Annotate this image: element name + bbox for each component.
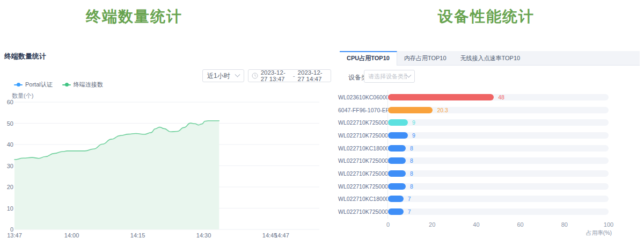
device-perf-title: 设备性能统计 — [339, 6, 633, 27]
x-tick-label: 14:47 — [274, 232, 289, 239]
bar-category-label: WL022710K725000307 — [338, 170, 385, 177]
bar-category-label: WL022710KC18000280 — [338, 145, 385, 152]
chart-legend: Portal认证终端连接数 — [14, 81, 103, 89]
bar-row: WL022710K7250003698 — [338, 180, 640, 193]
x-tick-label: 14:15 — [130, 232, 145, 239]
bar — [388, 208, 404, 215]
terminal-count-area-chart: 010203040506013:4714:0014:1514:3014:4514… — [0, 97, 322, 245]
bar-track: 48 — [388, 94, 609, 100]
bar-track: 9 — [388, 132, 609, 139]
x-tick-label: 14:30 — [196, 232, 211, 239]
bar — [388, 132, 408, 139]
x-tick-label: 14:00 — [64, 232, 79, 239]
x-tick-label: 40 — [473, 221, 479, 228]
y-tick-label: 60 — [7, 99, 13, 105]
bar-track: 8 — [388, 183, 609, 190]
bar-track: 8 — [388, 157, 609, 164]
tab-无线接入点速率TOP10[interactable]: 无线接入点速率TOP10 — [453, 51, 528, 66]
legend-marker — [14, 84, 23, 85]
y-tick-label: 40 — [7, 141, 13, 148]
y-tick-label: 30 — [7, 163, 13, 169]
left-chart-controls: 近1小时 2023-12-27 13:47 - 2023-12-27 14:47 — [202, 69, 331, 82]
bar-value-label: 8 — [410, 170, 413, 177]
bar-row: WL022710K7250004707 — [338, 205, 640, 218]
bar-row: WL022710K7250003078 — [338, 167, 640, 180]
bar — [388, 183, 406, 190]
bar-row: WL022710KC180003727 — [338, 193, 640, 206]
bar-track: 8 — [388, 170, 609, 177]
terminal-stats-title: 终端数量统计 — [0, 6, 268, 27]
x-axis-title: 占用率(%) — [580, 229, 612, 237]
bar-track: 7 — [388, 196, 609, 202]
bar-row: WL023610KC0600004348 — [338, 91, 640, 104]
bar — [388, 157, 406, 164]
bar-category-label: WL022710K725000272 — [338, 157, 385, 164]
chevron-down-icon — [235, 71, 240, 77]
bar-row: WL022710K7250002728 — [338, 154, 640, 167]
bar-track: 7 — [388, 208, 609, 215]
tab-CPU占用TOP10[interactable]: CPU占用TOP10 — [340, 51, 397, 66]
bar-category-label: WL022710K725000409 — [338, 132, 385, 139]
x-tick-label: 20 — [429, 221, 435, 228]
bar-row: WL022710KC180002808 — [338, 142, 640, 155]
date-end: 2023-12-27 14:47 — [298, 69, 327, 82]
date-range-picker[interactable]: 2023-12-27 13:47 - 2023-12-27 14:47 — [248, 69, 331, 82]
device-type-select[interactable]: 请选择设备类型 — [364, 70, 415, 83]
date-separator: - — [293, 73, 295, 79]
dashboard: 终端数量统计 终端数量统计 近1小时 2023-12-27 13:47 - 20… — [0, 0, 644, 245]
bar-category-label: WL022710KC18000372 — [338, 196, 385, 202]
bar — [388, 119, 408, 126]
y-tick-label: 20 — [7, 184, 13, 190]
bar-value-label: 48 — [498, 94, 504, 100]
bar-chart-axis-line — [387, 90, 388, 219]
device-type-placeholder: 请选择设备类型 — [368, 73, 407, 81]
performance-tabs: CPU占用TOP10内存占用TOP10无线接入点速率TOP10 — [340, 51, 640, 66]
bar-category-label: WL022710K725000369 — [338, 183, 385, 190]
bar-value-label: 7 — [408, 208, 411, 215]
legend-dot-icon — [65, 83, 69, 87]
bar — [388, 107, 433, 113]
bar-value-label: 7 — [408, 196, 411, 202]
x-tick-label: 13:47 — [7, 232, 22, 239]
bar-chart-x-ticks: 020406080100 — [338, 221, 640, 229]
bar-row: 6047-FF96-1070-EF0A20.3 — [338, 104, 640, 117]
bar-row: WL022710K7250004099 — [338, 129, 640, 142]
bar-value-label: 9 — [412, 119, 415, 126]
bar-track: 8 — [388, 145, 609, 152]
y-tick-label: 10 — [7, 205, 13, 212]
bar-value-label: 8 — [410, 183, 413, 190]
tab-内存占用TOP10[interactable]: 内存占用TOP10 — [397, 51, 453, 66]
bar-row: WL022710K7250001029 — [338, 116, 640, 129]
legend-dot-icon — [17, 83, 20, 87]
cpu-top10-bar-chart: WL023610KC06000043486047-FF96-1070-EF0A2… — [338, 91, 640, 218]
bar-category-label: 6047-FF96-1070-EF0A — [338, 107, 385, 113]
time-range-value: 近1小时 — [207, 71, 230, 81]
legend-marker — [62, 84, 71, 85]
bar-value-label: 20.3 — [437, 107, 448, 113]
chevron-down-icon — [406, 72, 412, 77]
y-tick-label: 50 — [7, 120, 13, 127]
bar-track: 9 — [388, 119, 609, 126]
legend-label: 终端连接数 — [74, 81, 103, 89]
legend-item-终端连接数[interactable]: 终端连接数 — [62, 81, 103, 89]
bar — [388, 94, 494, 100]
bar-value-label: 9 — [412, 132, 415, 139]
clock-icon — [252, 73, 258, 79]
bar-category-label: WL022710K725000102 — [338, 119, 385, 126]
legend-label: Portal认证 — [25, 81, 53, 89]
bar — [388, 170, 406, 177]
bar — [388, 145, 406, 152]
x-tick-label: 80 — [561, 221, 568, 228]
bar-value-label: 8 — [410, 157, 413, 164]
legend-item-Portal认证[interactable]: Portal认证 — [14, 81, 53, 89]
time-range-select[interactable]: 近1小时 — [202, 69, 244, 82]
bar-value-label: 8 — [410, 145, 413, 152]
date-start: 2023-12-27 13:47 — [261, 69, 290, 82]
bar-category-label: WL023610KC06000043 — [338, 94, 385, 100]
bar-track: 20.3 — [388, 107, 609, 113]
bar — [388, 196, 404, 202]
x-tick-label: 0 — [386, 221, 390, 228]
terminal-card-title: 终端数量统计 — [4, 52, 46, 61]
x-tick-label: 60 — [517, 221, 523, 228]
x-tick-label: 100 — [604, 221, 613, 228]
